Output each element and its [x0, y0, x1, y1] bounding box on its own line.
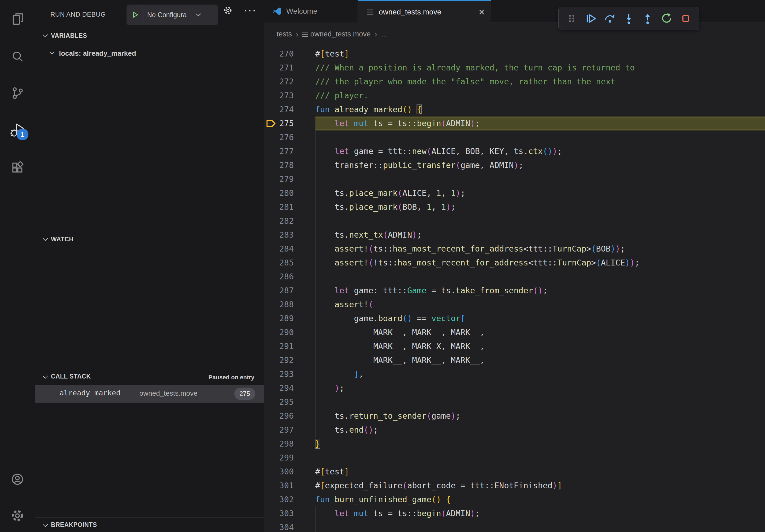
line-number[interactable]: 275 [264, 117, 294, 131]
code-text: #[test] [315, 465, 349, 479]
line-number[interactable]: 304 [264, 520, 294, 532]
step-into-icon[interactable] [619, 7, 638, 30]
explorer-icon[interactable] [10, 12, 25, 26]
code-line: 278 transfer::public_transfer(game, ADMI… [264, 158, 765, 172]
chevron-down-icon [42, 375, 49, 379]
account-icon[interactable] [10, 472, 25, 486]
tab-welcome[interactable]: Welcome [264, 0, 358, 23]
line-number[interactable]: 282 [264, 214, 294, 228]
continue-icon[interactable] [581, 7, 600, 30]
toolbar-drag-handle[interactable] [562, 7, 581, 30]
chevron-down-icon [42, 523, 49, 528]
line-number[interactable]: 277 [264, 144, 294, 158]
line-number[interactable]: 295 [264, 395, 294, 409]
code-text: fun already_marked() { [315, 103, 421, 117]
line-number[interactable]: 287 [264, 284, 294, 298]
line-number[interactable]: 301 [264, 479, 294, 493]
activity-bar: 1 [0, 0, 35, 532]
line-number[interactable]: 270 [264, 47, 294, 61]
call-stack-frame-row[interactable]: already_marked owned_tests.move 275 [35, 385, 264, 402]
step-over-icon[interactable] [600, 7, 619, 30]
code-line: 270#[test] [264, 47, 765, 61]
line-number[interactable]: 281 [264, 200, 294, 214]
line-number[interactable]: 283 [264, 228, 294, 242]
code-line: 285 assert!(!ts::has_most_recent_for_add… [264, 256, 765, 270]
code-line: 287 let game: ttt::Game = ts.take_from_s… [264, 284, 765, 298]
code-text: ts.place_mark(BOB, 1, 1); [315, 200, 456, 214]
start-debug-icon[interactable] [132, 11, 139, 18]
code-text: assert!(!ts::has_most_recent_for_address… [315, 256, 640, 270]
code-line: 292 MARK__, MARK__, MARK__, [264, 353, 765, 367]
line-number[interactable]: 291 [264, 339, 294, 353]
line-number[interactable]: 289 [264, 312, 294, 326]
code-text: let game: ttt::Game = ts.take_from_sende… [315, 284, 548, 298]
more-actions-icon[interactable] [244, 9, 256, 12]
line-number[interactable]: 272 [264, 75, 294, 89]
indent-guide [316, 395, 316, 409]
frame-file-name: owned_tests.move [139, 389, 198, 398]
line-number[interactable]: 297 [264, 423, 294, 437]
line-number[interactable]: 298 [264, 437, 294, 451]
call-stack-section-label: CALL STACK [51, 373, 91, 380]
code-text: MARK__, MARK__, MARK__, [315, 353, 485, 367]
move-file-icon [366, 8, 374, 16]
code-line: 298} [264, 437, 765, 451]
line-number[interactable]: 279 [264, 172, 294, 186]
extensions-icon[interactable] [10, 160, 25, 175]
tab-owned-tests[interactable]: owned_tests.move × [358, 0, 491, 23]
watch-section-label: WATCH [51, 236, 74, 243]
line-number[interactable]: 271 [264, 61, 294, 75]
line-number[interactable]: 299 [264, 451, 294, 465]
code-text: assert!( [315, 298, 374, 312]
sidebar-title: RUN AND DEBUG [50, 11, 106, 18]
code-line: 303 let mut ts = ts::begin(ADMIN); [264, 507, 765, 520]
restart-icon[interactable] [657, 7, 676, 30]
step-out-icon[interactable] [638, 7, 657, 30]
line-number[interactable]: 274 [264, 103, 294, 117]
section-divider [35, 517, 264, 518]
line-number[interactable]: 293 [264, 367, 294, 381]
line-number[interactable]: 284 [264, 242, 294, 256]
breadcrumb-folder[interactable]: tests [277, 30, 292, 38]
code-line: 280 ts.place_mark(ALICE, 1, 1); [264, 186, 765, 200]
code-text: ts.place_mark(ALICE, 1, 1); [315, 186, 465, 200]
line-number[interactable]: 292 [264, 353, 294, 367]
line-number[interactable]: 285 [264, 256, 294, 270]
line-number[interactable]: 286 [264, 270, 294, 284]
debug-settings-gear-icon[interactable] [223, 6, 233, 15]
run-and-debug-icon[interactable]: 1 [10, 123, 25, 137]
code-text: /// When a position is already marked, t… [315, 61, 635, 75]
source-control-icon[interactable] [10, 86, 25, 100]
search-icon[interactable] [10, 49, 25, 64]
stop-icon[interactable] [676, 7, 695, 30]
indent-guide [316, 172, 316, 186]
line-number[interactable]: 303 [264, 507, 294, 520]
close-icon[interactable]: × [479, 8, 485, 17]
line-number[interactable]: 290 [264, 326, 294, 339]
debug-toolbar[interactable] [558, 7, 699, 30]
vscode-logo-icon [272, 7, 282, 16]
code-line: 281 ts.place_mark(BOB, 1, 1); [264, 200, 765, 214]
line-number[interactable]: 300 [264, 465, 294, 479]
code-text: /// the player who made the "false" move… [315, 75, 615, 89]
line-number[interactable]: 288 [264, 298, 294, 312]
code-text: ts.next_tx(ADMIN); [315, 228, 421, 242]
breadcrumb-more[interactable]: … [381, 30, 388, 38]
breadcrumb-file[interactable]: owned_tests.move [311, 30, 371, 38]
code-text: ); [315, 381, 344, 395]
line-number[interactable]: 273 [264, 89, 294, 103]
chevron-down-icon [42, 34, 49, 38]
code-line: 290 MARK__, MARK__, MARK__, [264, 326, 765, 339]
line-number[interactable]: 296 [264, 409, 294, 423]
line-number[interactable]: 294 [264, 381, 294, 395]
variables-scope-row[interactable]: locals: already_marked [35, 47, 264, 61]
line-number[interactable]: 302 [264, 493, 294, 507]
code-text: let game = ttt::new(ALICE, BOB, KEY, ts.… [315, 144, 562, 158]
line-number[interactable]: 280 [264, 186, 294, 200]
line-number[interactable]: 278 [264, 158, 294, 172]
indent-guide [316, 214, 316, 228]
debug-config-dropdown[interactable]: No Configura [127, 5, 218, 25]
line-number[interactable]: 276 [264, 131, 294, 144]
code-text: } [315, 437, 320, 451]
settings-gear-icon[interactable] [10, 508, 25, 523]
